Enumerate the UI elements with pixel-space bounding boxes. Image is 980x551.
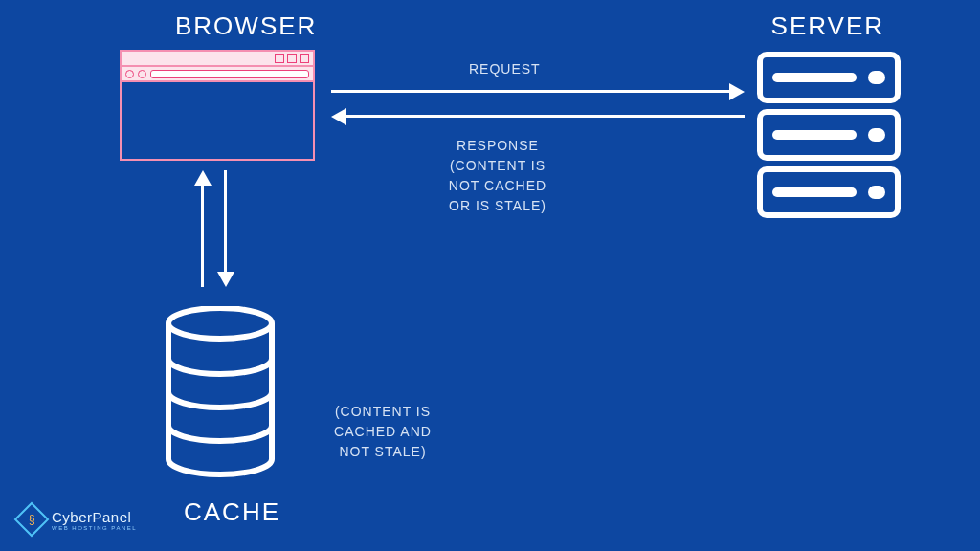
response-label: RESPONSE (CONTENT IS NOT CACHED OR IS ST… xyxy=(440,136,555,216)
svg-point-0 xyxy=(168,308,272,339)
cache-title: CACHE xyxy=(184,497,280,527)
arrow-cache-down xyxy=(224,170,227,274)
browser-title: BROWSER xyxy=(175,11,317,41)
arrow-request xyxy=(331,90,731,93)
server-rack-icon xyxy=(757,52,901,224)
brand-logo-icon: § xyxy=(14,502,50,538)
cache-database-icon xyxy=(163,306,278,478)
brand-name: CyberPanel xyxy=(52,509,137,525)
cache-hit-label: (CONTENT IS CACHED AND NOT STALE) xyxy=(325,402,440,462)
arrow-cache-up xyxy=(201,184,204,287)
brand-tagline: WEB HOSTING PANEL xyxy=(52,525,137,531)
arrow-response xyxy=(345,115,745,118)
browser-window-icon xyxy=(120,50,315,161)
server-title: SERVER xyxy=(771,11,884,41)
brand-logo: § CyberPanel WEB HOSTING PANEL xyxy=(19,507,137,532)
request-label: REQUEST xyxy=(469,59,541,79)
